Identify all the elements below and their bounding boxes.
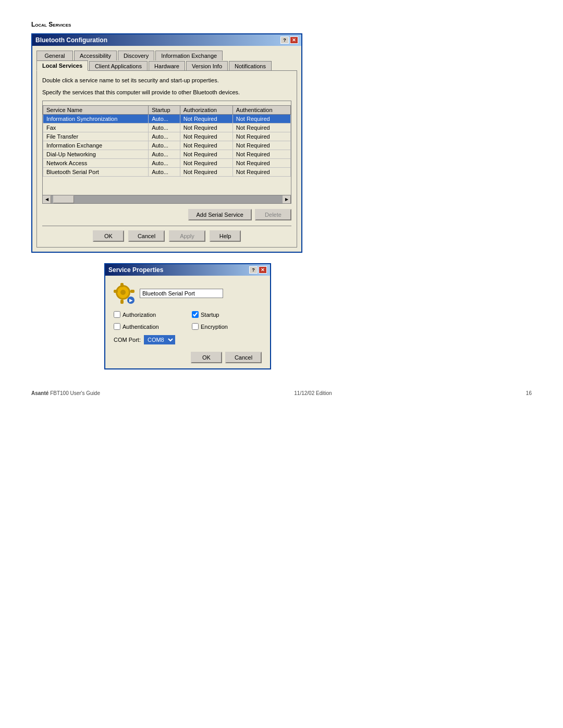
service-table: Service Name Startup Authorization Authe… [43,105,291,177]
auth-startup-row: Authorization Startup [114,311,262,318]
titlebar-text: Bluetooth Configuration [35,36,107,44]
encryption-label[interactable]: Encryption [192,323,249,330]
cell-authorization: Not Required [180,115,232,124]
table-row[interactable]: Dial-Up Networking Auto... Not Required … [43,150,291,159]
footer: Asanté FBT100 User's Guide 11/12/02 Edit… [31,390,532,396]
description-2: Specify the services that this computer … [42,88,291,97]
cell-authentication: Not Required [232,124,290,132]
bluetooth-config-window: Bluetooth Configuration ? ✕ General Acce… [31,33,302,253]
cell-authentication: Not Required [232,132,290,141]
service-name-input[interactable] [140,289,223,298]
footer-brand-product: Asanté FBT100 User's Guide [31,390,100,396]
tab-information-exchange[interactable]: Information Exchange [155,51,223,60]
table-row[interactable]: Information Exchange Auto... Not Require… [43,141,291,150]
service-props-buttons: OK Cancel [114,352,262,363]
service-props-title-text: Service Properties [108,266,163,274]
tab-client-applications[interactable]: Client Applications [89,61,148,71]
cell-authorization: Not Required [180,168,232,177]
delete-button[interactable]: Delete [255,209,291,220]
cell-startup: Auto... [149,141,180,150]
scroll-right-arrow[interactable]: ▶ [283,195,291,204]
service-props-body: ▶ Authorization Startup Authenti [105,276,270,368]
table-row[interactable]: Fax Auto... Not Required Not Required [43,124,291,132]
service-props-titlebar: Service Properties ? ✕ [105,264,270,276]
cell-startup: Auto... [149,132,180,141]
ok-button[interactable]: OK [93,230,124,242]
scroll-track [51,195,283,203]
service-props-close-btn[interactable]: ✕ [259,266,267,274]
cell-startup: Auto... [149,150,180,159]
tab-version-info[interactable]: Version Info [186,61,228,71]
tab-local-services[interactable]: Local Services [36,60,88,71]
col-authorization: Authorization [180,106,232,115]
footer-date: 11/12/02 Edition [294,390,332,396]
cell-startup: Auto... [149,168,180,177]
encryption-checkbox[interactable] [192,323,199,330]
authorization-checkbox[interactable] [114,311,120,318]
service-ok-button[interactable]: OK [191,352,222,363]
cell-authorization: Not Required [180,159,232,168]
cell-service-name: File Transfer [43,132,149,141]
tab-hardware[interactable]: Hardware [149,61,185,71]
cell-authentication: Not Required [232,115,290,124]
cell-service-name: Fax [43,124,149,132]
startup-label[interactable]: Startup [192,311,249,318]
cell-authentication: Not Required [232,168,290,177]
window-controls: ? ✕ [280,36,298,44]
cell-service-name: Bluetooth Serial Port [43,168,149,177]
tab-accessibility[interactable]: Accessibility [74,51,117,60]
authentication-checkbox[interactable] [114,323,120,330]
footer-page: 16 [526,390,532,396]
bluetooth-config-titlebar: Bluetooth Configuration ? ✕ [32,34,301,46]
help-dialog-button[interactable]: Help [210,230,241,242]
service-table-wrapper: Service Name Startup Authorization Authe… [42,101,291,204]
cell-startup: Auto... [149,159,180,168]
table-row[interactable]: Information Synchronization Auto... Not … [43,115,291,124]
footer-brand: Asanté [31,390,48,396]
service-options: Authorization Startup Authentication Enc… [114,311,262,330]
cell-startup: Auto... [149,124,180,132]
tabs-row-2: Local Services Client Applications Hardw… [36,60,297,70]
cell-startup: Auto... [149,115,180,124]
tab-discovery[interactable]: Discovery [118,51,154,60]
cell-authentication: Not Required [232,141,290,150]
cell-authorization: Not Required [180,132,232,141]
tabs-row-1: General Accessibility Discovery Informat… [36,50,297,60]
add-serial-service-button[interactable]: Add Serial Service [188,209,252,220]
startup-checkbox[interactable] [192,311,199,318]
authorization-label[interactable]: Authorization [114,311,171,318]
tab-notifications[interactable]: Notifications [229,61,272,71]
service-props-title: Service Properties [108,266,163,274]
cell-authentication: Not Required [232,159,290,168]
authentication-encryption-row: Authentication Encryption [114,323,262,330]
horizontal-scrollbar[interactable]: ◀ ▶ [43,195,291,203]
cancel-button[interactable]: Cancel [128,230,165,242]
tab-general[interactable]: General [36,51,73,60]
close-button[interactable]: ✕ [290,36,298,44]
scroll-thumb[interactable] [53,195,74,203]
section-label: Local Services [31,21,532,28]
scroll-left-arrow[interactable]: ◀ [43,195,51,204]
table-row[interactable]: File Transfer Auto... Not Required Not R… [43,132,291,141]
com-port-select[interactable]: COM1COM2COM3COM4COM5COM6COM7COM8COM9 [144,335,175,344]
description-1: Double click a service name to set its s… [42,76,291,85]
table-row[interactable]: Network Access Auto... Not Required Not … [43,159,291,168]
bluetooth-title: Bluetooth Configuration [35,36,107,44]
com-port-label: COM Port: [114,337,141,343]
col-startup: Startup [149,106,180,115]
table-row[interactable]: Bluetooth Serial Port Auto... Not Requir… [43,168,291,177]
cell-authorization: Not Required [180,141,232,150]
help-button[interactable]: ? [280,36,289,44]
col-authentication: Authentication [232,106,290,115]
bluetooth-config-body: General Accessibility Discovery Informat… [32,46,301,252]
service-name-row: ▶ [114,283,262,304]
service-props-help-btn[interactable]: ? [249,266,258,274]
service-properties-window: Service Properties ? ✕ [104,263,271,369]
service-table-scroll[interactable]: Service Name Startup Authorization Authe… [43,101,291,195]
apply-button[interactable]: Apply [169,230,205,242]
cell-service-name: Network Access [43,159,149,168]
service-icon: ▶ [114,283,134,304]
cell-service-name: Information Exchange [43,141,149,150]
authentication-label[interactable]: Authentication [114,323,171,330]
service-cancel-button[interactable]: Cancel [225,352,262,363]
